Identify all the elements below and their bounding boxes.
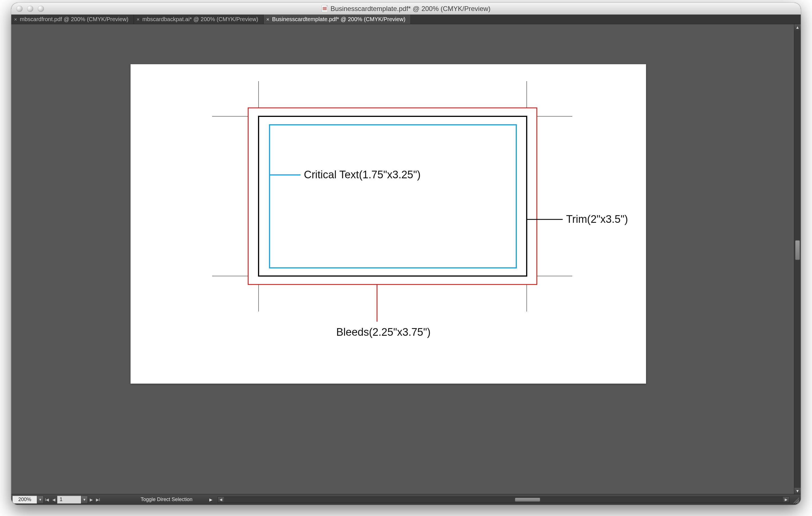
zoom-dropdown-button[interactable]: ▼ bbox=[37, 496, 44, 504]
scroll-down-button[interactable]: ▼ bbox=[794, 488, 801, 494]
tab-mbscardfront[interactable]: × mbscardfront.pdf @ 200% (CMYK/Preview) bbox=[11, 15, 134, 24]
critical-label: Critical Text(1.75"x3.25") bbox=[304, 169, 420, 181]
bleed-box bbox=[248, 108, 537, 284]
tab-label: Businesscardtemplate.pdf* @ 200% (CMYK/P… bbox=[272, 16, 405, 23]
document-tabs: × mbscardfront.pdf @ 200% (CMYK/Preview)… bbox=[11, 15, 801, 24]
tab-businesscardtemplate[interactable]: × Businesscardtemplate.pdf* @ 200% (CMYK… bbox=[264, 15, 411, 24]
window-resize-grip[interactable] bbox=[792, 496, 799, 503]
page-dropdown-button[interactable]: ▼ bbox=[81, 496, 88, 504]
app-window: Businesscardtemplate.pdf* @ 200% (CMYK/P… bbox=[11, 3, 801, 505]
bleed-label: Bleeds(2.25"x3.75") bbox=[336, 326, 431, 338]
zoom-level-field[interactable]: 200% bbox=[12, 496, 37, 504]
status-bar: 200% ▼ I◀ ◀ 1 ▼ ▶ ▶I Toggle Direct Selec… bbox=[11, 494, 801, 505]
tab-label: mbscardbackpat.ai* @ 200% (CMYK/Preview) bbox=[142, 16, 258, 23]
prev-page-button[interactable]: ◀ bbox=[50, 496, 57, 504]
page-number-field[interactable]: 1 bbox=[57, 496, 81, 504]
close-icon[interactable]: × bbox=[137, 17, 140, 22]
scroll-left-button[interactable]: ◀ bbox=[218, 497, 224, 503]
artwork-svg: Critical Text(1.75"x3.25") Trim(2"x3.5")… bbox=[130, 64, 646, 384]
scroll-thumb[interactable] bbox=[795, 240, 800, 260]
next-page-button[interactable]: ▶ bbox=[88, 496, 94, 504]
workspace: Critical Text(1.75"x3.25") Trim(2"x3.5")… bbox=[11, 24, 801, 494]
scroll-right-button[interactable]: ▶ bbox=[783, 497, 789, 503]
window-title: Businesscardtemplate.pdf* @ 200% (CMYK/P… bbox=[330, 5, 491, 13]
critical-box bbox=[269, 125, 516, 268]
tab-label: mbscardfront.pdf @ 200% (CMYK/Preview) bbox=[20, 16, 128, 23]
canvas[interactable]: Critical Text(1.75"x3.25") Trim(2"x3.5")… bbox=[11, 24, 794, 494]
first-page-button[interactable]: I◀ bbox=[44, 496, 50, 504]
scroll-thumb[interactable] bbox=[515, 498, 540, 501]
close-icon[interactable]: × bbox=[14, 17, 17, 22]
last-page-button[interactable]: ▶I bbox=[94, 496, 101, 504]
status-hint: Toggle Direct Selection bbox=[141, 496, 193, 503]
horizontal-scrollbar[interactable]: ◀ ▶ bbox=[218, 496, 789, 503]
titlebar: Businesscardtemplate.pdf* @ 200% (CMYK/P… bbox=[11, 3, 801, 15]
scroll-up-button[interactable]: ▲ bbox=[794, 24, 801, 30]
vertical-scrollbar[interactable]: ▲ ▼ bbox=[794, 24, 801, 494]
pdf-icon bbox=[322, 5, 328, 12]
artboard[interactable]: Critical Text(1.75"x3.25") Trim(2"x3.5")… bbox=[130, 64, 646, 384]
crop-marks bbox=[212, 81, 572, 311]
trim-box bbox=[259, 116, 527, 276]
close-icon[interactable]: × bbox=[266, 17, 269, 22]
status-flyout-button[interactable]: ▶ bbox=[209, 497, 212, 502]
tab-mbscardbackpat[interactable]: × mbscardbackpat.ai* @ 200% (CMYK/Previe… bbox=[134, 15, 264, 24]
trim-label: Trim(2"x3.5") bbox=[566, 213, 628, 225]
